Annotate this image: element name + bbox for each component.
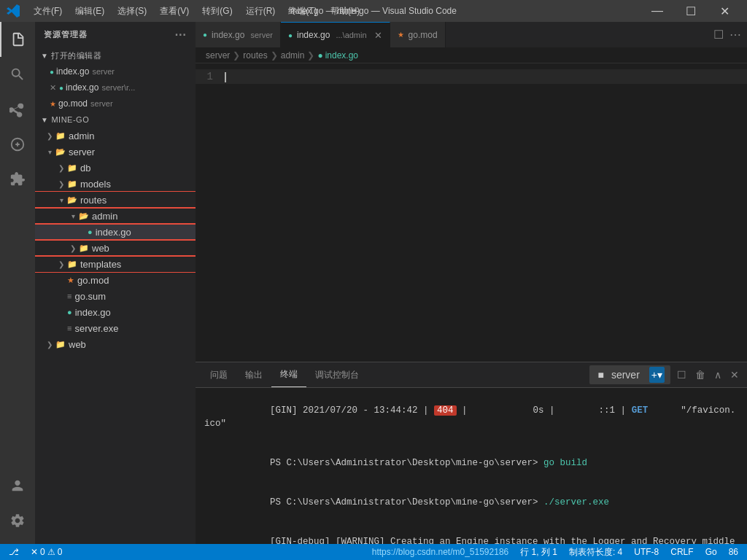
open-editors-header[interactable]: ▼ 打开的编辑器 — [35, 47, 196, 63]
terminal-content[interactable]: [GIN] 2021/07/20 - 13:44:42 | 404 | 0s |… — [196, 388, 747, 544]
menu-run[interactable]: 运行(R) — [240, 4, 282, 19]
project-header[interactable]: ▼ MINE-GO — [35, 112, 196, 128]
terminal-server-badge[interactable]: ■ server +▾ — [589, 365, 670, 384]
breadcrumb: server ❯ routes ❯ admin ❯ ●index.go — [196, 47, 747, 63]
app: 资源管理器 ⋯ ▼ 打开的编辑器 ● index.go server ✕ — [0, 22, 747, 560]
sidebar-title: 资源管理器 — [44, 29, 88, 40]
editor-area: ● index.go server ● index.go ...\admin ✕… — [196, 22, 747, 544]
breadcrumb-admin[interactable]: admin — [281, 50, 305, 61]
tab-path: ...\admin — [336, 31, 366, 39]
tree-item-server[interactable]: ▾ 📂 server — [35, 144, 196, 160]
folder-icon: 📁 — [67, 179, 77, 189]
split-terminal-icon[interactable]: ☐ — [675, 367, 689, 383]
tree-item-db[interactable]: ❯ 📁 db — [35, 160, 196, 176]
project-label: MINE-GO — [51, 115, 89, 124]
tab-close-icon[interactable]: ✕ — [374, 30, 382, 41]
tree-chevron: ❯ — [67, 244, 79, 252]
tree-item-gomod[interactable]: ★ go.mod — [35, 272, 196, 288]
tab-size-item[interactable]: 制表符长度: 4 — [566, 546, 625, 559]
trash-icon[interactable]: 🗑 — [693, 367, 708, 383]
tree-chevron: ❯ — [55, 260, 67, 268]
go-file-icon: ● — [67, 308, 72, 316]
tree-item-index-go[interactable]: ● index.go — [35, 224, 196, 240]
open-editor-item-0[interactable]: ● index.go server — [35, 63, 196, 79]
cursor-position: 行 1, 列 1 — [520, 546, 557, 559]
tree-chevron: ▾ — [55, 196, 67, 204]
tab-server-indexgo[interactable]: ● index.go server — [196, 22, 281, 47]
notifications-item[interactable]: 86 — [726, 547, 741, 557]
status-link-item[interactable]: https://blog.csdn.net/m0_51592186 — [369, 547, 511, 557]
tree-item-label: routes — [80, 195, 107, 206]
errors-warnings-item[interactable]: ✕ 0 ⚠ 0 — [28, 547, 65, 557]
eol-item[interactable]: CRLF — [667, 547, 696, 557]
sidebar-more-icon[interactable]: ⋯ — [174, 28, 187, 42]
term-tab-terminal[interactable]: 终端 — [271, 362, 306, 387]
tab-label: go.mod — [409, 30, 438, 40]
status-bar: ⎇ ✕ 0 ⚠ 0 https://blog.csdn.net/m0_51592… — [0, 544, 747, 560]
term-tab-output[interactable]: 输出 — [236, 362, 271, 387]
activity-source-control[interactable] — [0, 92, 35, 127]
split-editor-icon[interactable]: ☐ — [713, 28, 724, 42]
breadcrumb-indexgo[interactable]: ●index.go — [317, 50, 358, 61]
menu-edit[interactable]: 编辑(E) — [69, 4, 110, 19]
editor-filename: index.go — [66, 82, 98, 93]
close-button[interactable]: ✕ — [708, 0, 741, 22]
status-link: https://blog.csdn.net/m0_51592186 — [372, 547, 508, 557]
activity-debug[interactable] — [0, 127, 35, 162]
close-terminal-icon[interactable]: ✕ — [728, 367, 741, 383]
menu-goto[interactable]: 转到(G) — [196, 4, 238, 19]
encoding-item[interactable]: UTF-8 — [631, 547, 662, 557]
terminal-panel: 问题 输出 终端 调试控制台 ■ server — [196, 362, 747, 544]
tree-item-admin[interactable]: ❯ 📁 admin — [35, 128, 196, 144]
activity-explorer[interactable] — [0, 22, 35, 57]
breadcrumb-routes[interactable]: routes — [243, 50, 267, 61]
minimize-button[interactable]: — — [640, 0, 674, 22]
code-editor[interactable]: 1 — [196, 63, 747, 362]
activity-accounts[interactable] — [0, 468, 35, 503]
breadcrumb-go-icon: ● — [317, 50, 322, 61]
git-branch-item[interactable]: ⎇ — [6, 547, 22, 557]
tree-item-templates[interactable]: ❯ 📁 templates — [35, 256, 196, 272]
tab-admin-indexgo[interactable]: ● index.go ...\admin ✕ — [281, 22, 390, 47]
terminal-tabs: 问题 输出 终端 调试控制台 ■ server — [196, 362, 747, 388]
terminal-icon: ■ — [595, 367, 605, 383]
menu-file[interactable]: 文件(F) — [28, 4, 68, 19]
close-editor-icon[interactable]: ✕ — [50, 83, 56, 93]
tree-item-routes-admin[interactable]: ▾ 📂 admin — [35, 208, 196, 224]
tree-item-label: templates — [80, 259, 121, 270]
language-item[interactable]: Go — [703, 547, 720, 557]
breadcrumb-sep: ❯ — [233, 50, 240, 61]
activity-search[interactable] — [0, 57, 35, 92]
folder-open-icon: 📂 — [55, 147, 66, 157]
tree-item-label: server.exe — [74, 323, 118, 334]
cursor-position-item[interactable]: 行 1, 列 1 — [517, 546, 560, 559]
tree-item-root-web[interactable]: ❯ 📁 web — [35, 336, 196, 352]
menu-select[interactable]: 选择(S) — [112, 4, 152, 19]
tree-item-web[interactable]: ❯ 📁 web — [35, 240, 196, 256]
term-tab-debug[interactable]: 调试控制台 — [306, 362, 368, 387]
tree-item-models[interactable]: ❯ 📁 models — [35, 176, 196, 192]
tree-item-serverexe[interactable]: ≡ server.exe — [35, 320, 196, 336]
tree-item-root-indexgo[interactable]: ● index.go — [35, 304, 196, 320]
open-editor-item-2[interactable]: ★ go.mod server — [35, 96, 196, 112]
titlebar-title: index.go — mine-go — Visual Studio Code — [290, 6, 457, 16]
sidebar-header-icons: ⋯ — [174, 28, 187, 42]
activity-settings[interactable] — [0, 503, 35, 538]
open-editor-item-1[interactable]: ✕ ● index.go server\r... — [35, 79, 196, 96]
text-cursor — [225, 72, 226, 82]
maximize-button[interactable]: ☐ — [674, 0, 708, 22]
tab-gomod[interactable]: ★ go.mod — [390, 22, 446, 47]
tree-item-routes[interactable]: ▾ 📂 routes — [35, 192, 196, 208]
chevron-up-icon[interactable]: ∧ — [712, 367, 724, 383]
tree-item-gosum[interactable]: ≡ go.sum — [35, 288, 196, 304]
folder-icon: 📁 — [67, 260, 77, 269]
more-actions-icon[interactable]: ⋯ — [729, 28, 741, 42]
activity-extensions[interactable] — [0, 162, 35, 197]
activity-bottom — [0, 468, 35, 544]
term-tab-label: 调试控制台 — [315, 369, 359, 381]
breadcrumb-server[interactable]: server — [206, 50, 230, 61]
tab-rss-icon: ★ — [398, 31, 404, 39]
editor-filepath: server — [90, 99, 113, 108]
term-tab-problems[interactable]: 问题 — [201, 362, 236, 387]
menu-view[interactable]: 查看(V) — [154, 4, 195, 19]
